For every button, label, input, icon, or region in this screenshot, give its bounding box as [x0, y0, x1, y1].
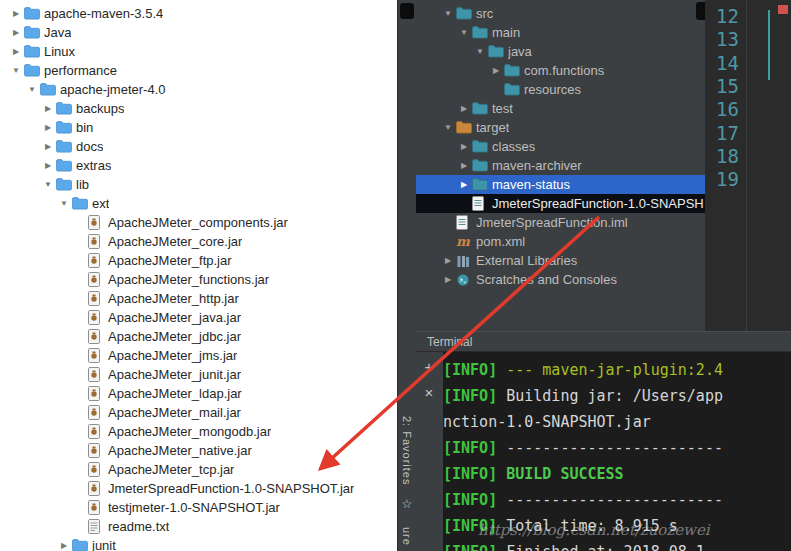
disclosure-collapsed-icon[interactable]: ▶	[56, 542, 72, 550]
disclosure-collapsed-icon[interactable]: ▶	[40, 162, 56, 170]
structure-toolwindow-button[interactable]: ure	[398, 527, 416, 551]
finder-item-label: ApacheJMeter_mail.jar	[108, 405, 241, 420]
terminal-line: [INFO] ------------------------	[443, 435, 791, 461]
finder-item[interactable]: ApacheJMeter_http.jar	[0, 289, 397, 308]
terminal-tab[interactable]: Terminal	[427, 335, 472, 349]
terminal-text: BUILD SUCCESS	[497, 465, 623, 483]
finder-item[interactable]: ▶Linux	[0, 42, 397, 61]
finder-item[interactable]: readme.txt	[0, 517, 397, 536]
finder-item[interactable]: ApacheJMeter_junit.jar	[0, 365, 397, 384]
project-tree-item[interactable]: ▶test	[415, 99, 705, 118]
finder-item[interactable]: ApacheJMeter_java.jar	[0, 308, 397, 327]
tool-window-icon[interactable]	[400, 3, 414, 19]
project-tree-item[interactable]: JmeterSpreadFunction-1.0-SNAPSH	[415, 194, 705, 213]
maven-icon: m	[456, 235, 476, 248]
ide-tool-stripe: 2: Favorites ☆ ure	[397, 0, 416, 551]
finder-item[interactable]: ApacheJMeter_components.jar	[0, 213, 397, 232]
finder-item[interactable]: JmeterSpreadFunction-1.0-SNAPSHOT.jar	[0, 479, 397, 498]
project-tree-item[interactable]: ▶Scratches and Consoles	[415, 270, 705, 289]
excluded-folder-icon	[456, 121, 476, 134]
new-session-button[interactable]: +	[420, 358, 438, 376]
project-tree-item[interactable]: ▶maven-archiver	[415, 156, 705, 175]
project-tree-item[interactable]: mpom.xml	[415, 232, 705, 251]
folder-icon	[56, 140, 76, 153]
project-tree-item-label: main	[492, 25, 520, 40]
jar-file-icon	[88, 462, 108, 477]
disclosure-collapsed-icon[interactable]: ▶	[8, 10, 24, 18]
finder-item[interactable]: ▶bin	[0, 118, 397, 137]
finder-item[interactable]: ▶Java	[0, 23, 397, 42]
panel-corner-button[interactable]	[696, 2, 705, 20]
disclosure-collapsed-icon[interactable]: ▶	[456, 162, 472, 170]
finder-item[interactable]: ▼performance	[0, 61, 397, 80]
error-stripe-mark	[778, 5, 788, 14]
finder-item[interactable]: ▼ext	[0, 194, 397, 213]
project-tree-item[interactable]: ▼main	[415, 23, 705, 42]
project-tree-item[interactable]: resources	[415, 80, 705, 99]
finder-item-label: JmeterSpreadFunction-1.0-SNAPSHOT.jar	[108, 481, 354, 496]
project-tree-item[interactable]: ▼java	[415, 42, 705, 61]
disclosure-expanded-icon[interactable]: ▼	[8, 67, 24, 75]
project-tree-item[interactable]: ▶maven-status	[415, 175, 705, 194]
finder-item[interactable]: ▼apache-jmeter-4.0	[0, 80, 397, 99]
folder-icon	[472, 178, 492, 191]
finder-item[interactable]: ApacheJMeter_jms.jar	[0, 346, 397, 365]
terminal-text: [INFO]	[443, 465, 497, 483]
finder-item[interactable]: ▶docs	[0, 137, 397, 156]
jar-file-icon	[88, 310, 108, 325]
project-tree-item[interactable]: ▶External Libraries	[415, 251, 705, 270]
disclosure-expanded-icon[interactable]: ▼	[456, 29, 472, 37]
disclosure-collapsed-icon[interactable]: ▶	[8, 48, 24, 56]
finder-item[interactable]: ApacheJMeter_functions.jar	[0, 270, 397, 289]
disclosure-collapsed-icon[interactable]: ▶	[40, 143, 56, 151]
project-tree-item-label: maven-archiver	[492, 158, 582, 173]
finder-item[interactable]: ApacheJMeter_tcp.jar	[0, 460, 397, 479]
finder-item[interactable]: ▶extras	[0, 156, 397, 175]
disclosure-expanded-icon[interactable]: ▼	[440, 124, 456, 132]
favorites-toolwindow-button[interactable]: 2: Favorites	[398, 416, 416, 496]
terminal-text: --- maven-jar-plugin:2.4	[497, 361, 723, 379]
finder-item[interactable]: ▶backups	[0, 99, 397, 118]
disclosure-collapsed-icon[interactable]: ▶	[456, 181, 472, 189]
finder-item[interactable]: ApacheJMeter_ftp.jar	[0, 251, 397, 270]
finder-item[interactable]: testjmeter-1.0-SNAPSHOT.jar	[0, 498, 397, 517]
folder-icon	[56, 102, 76, 115]
disclosure-collapsed-icon[interactable]: ▶	[456, 105, 472, 113]
favorites-star-icon[interactable]: ☆	[398, 497, 416, 511]
project-tree-item[interactable]: ▼target	[415, 118, 705, 137]
disclosure-expanded-icon[interactable]: ▼	[472, 48, 488, 56]
finder-item[interactable]: ApacheJMeter_jdbc.jar	[0, 327, 397, 346]
project-tree-item[interactable]: JmeterSpreadFunction.iml	[415, 213, 705, 232]
disclosure-collapsed-icon[interactable]: ▶	[440, 257, 456, 265]
finder-item[interactable]: ApacheJMeter_mail.jar	[0, 403, 397, 422]
project-tree-item[interactable]: ▼src	[415, 4, 705, 23]
disclosure-collapsed-icon[interactable]: ▶	[40, 124, 56, 132]
disclosure-collapsed-icon[interactable]: ▶	[456, 143, 472, 151]
close-session-button[interactable]: ×	[420, 384, 438, 402]
project-tree-item[interactable]: ▶classes	[415, 137, 705, 156]
file-icon	[456, 215, 476, 230]
finder-item-label: ext	[92, 196, 109, 211]
project-tree-item[interactable]: ▶com.functions	[415, 61, 705, 80]
finder-item[interactable]: ▶junit	[0, 536, 397, 551]
folder-icon	[504, 83, 524, 96]
disclosure-collapsed-icon[interactable]: ▶	[440, 276, 456, 284]
disclosure-collapsed-icon[interactable]: ▶	[40, 105, 56, 113]
disclosure-expanded-icon[interactable]: ▼	[40, 181, 56, 189]
finder-item[interactable]: ▶apache-maven-3.5.4	[0, 4, 397, 23]
disclosure-collapsed-icon[interactable]: ▶	[488, 67, 504, 75]
terminal-text: [INFO]	[443, 361, 497, 379]
disclosure-expanded-icon[interactable]: ▼	[24, 86, 40, 94]
finder-item-label: ApacheJMeter_jms.jar	[108, 348, 237, 363]
finder-item[interactable]: ▼lib	[0, 175, 397, 194]
folder-icon	[472, 140, 492, 153]
finder-item[interactable]: ApacheJMeter_ldap.jar	[0, 384, 397, 403]
disclosure-expanded-icon[interactable]: ▼	[440, 10, 456, 18]
editor-caret-line	[768, 10, 770, 80]
disclosure-expanded-icon[interactable]: ▼	[56, 200, 72, 208]
finder-item[interactable]: ApacheJMeter_native.jar	[0, 441, 397, 460]
finder-item[interactable]: ApacheJMeter_core.jar	[0, 232, 397, 251]
finder-item-label: apache-jmeter-4.0	[60, 82, 166, 97]
finder-item[interactable]: ApacheJMeter_mongodb.jar	[0, 422, 397, 441]
disclosure-collapsed-icon[interactable]: ▶	[8, 29, 24, 37]
